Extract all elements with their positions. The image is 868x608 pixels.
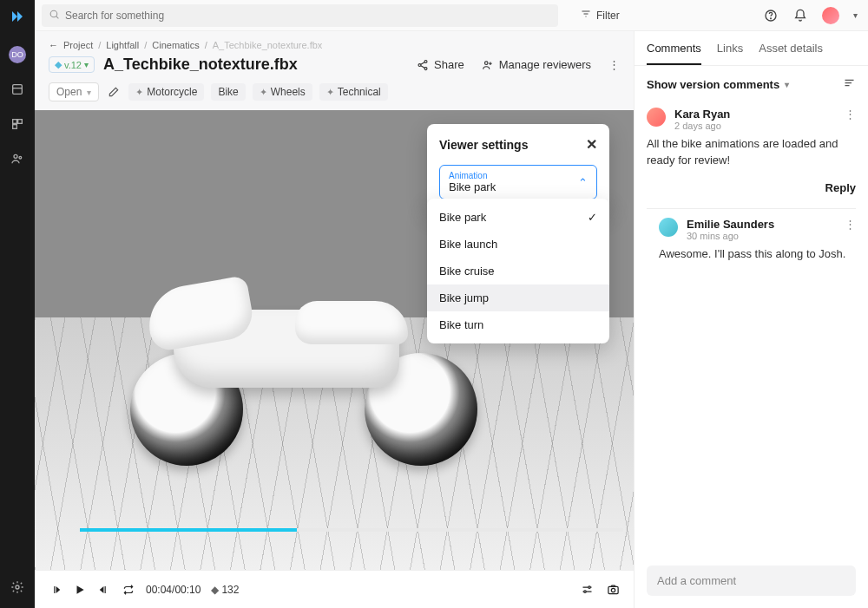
filter-button[interactable]: Filter: [581, 9, 620, 22]
svg-point-4: [14, 154, 17, 158]
loop-icon[interactable]: [122, 583, 135, 597]
svg-point-12: [424, 67, 427, 69]
version-label: v.12: [64, 60, 82, 70]
comment-body: All the bike animations are loaded and r…: [647, 136, 856, 169]
popover-title: Viewer settings: [439, 138, 528, 152]
option-bike-turn[interactable]: Bike turn: [427, 311, 609, 338]
comment-more-icon[interactable]: ⋮: [845, 218, 856, 231]
avatar: [647, 108, 666, 127]
svg-point-7: [50, 10, 57, 17]
time-display: 00:04/00:10: [146, 584, 201, 596]
share-label: Share: [434, 58, 464, 71]
reply-button[interactable]: Reply: [635, 178, 868, 205]
search-icon: [49, 9, 60, 23]
edit-icon[interactable]: [106, 84, 122, 100]
tab-asset-details[interactable]: Asset details: [759, 42, 823, 65]
viewer-settings-panel: Viewer settings ✕ Animation Bike park ⌃ …: [427, 124, 609, 212]
tag-motorcycle[interactable]: ✦Motorcycle: [128, 83, 204, 101]
play-icon[interactable]: [73, 583, 87, 597]
animation-select[interactable]: Animation Bike park ⌃: [439, 165, 597, 199]
manage-reviewers-button[interactable]: Manage reviewers: [482, 58, 591, 71]
select-label: Animation: [449, 171, 588, 180]
settings-icon[interactable]: [9, 579, 26, 596]
svg-rect-16: [608, 586, 617, 593]
workspace-avatar[interactable]: DO: [9, 46, 26, 63]
timeline-scrubber[interactable]: [80, 528, 623, 532]
chevron-up-icon: ⌃: [578, 176, 588, 189]
crumb-current: A_Techbike_notexture.fbx: [213, 40, 323, 50]
svg-point-11: [418, 63, 421, 66]
crumb-2[interactable]: Cinematics: [152, 40, 199, 50]
option-bike-launch[interactable]: Bike launch: [427, 231, 609, 258]
manage-label: Manage reviewers: [499, 58, 591, 71]
svg-point-13: [484, 61, 488, 64]
svg-rect-1: [13, 120, 17, 124]
svg-point-17: [611, 588, 615, 592]
crumb-1[interactable]: Lightfall: [106, 40, 139, 50]
frame-display: ◆132: [211, 584, 239, 596]
avatar: [659, 218, 678, 237]
home-icon[interactable]: [9, 81, 26, 98]
timeline-fill: [80, 528, 297, 532]
svg-point-6: [16, 585, 19, 589]
close-icon[interactable]: ✕: [586, 136, 597, 153]
search-input-wrapper[interactable]: [42, 4, 558, 27]
option-bike-cruise[interactable]: Bike cruise: [427, 258, 609, 284]
check-icon: ✓: [588, 211, 597, 224]
comment-author: Emilie Saunders: [687, 218, 774, 231]
more-icon[interactable]: ⋮: [608, 58, 620, 71]
filter-label: Filter: [596, 10, 620, 22]
help-icon[interactable]: [763, 8, 779, 23]
svg-point-15: [583, 591, 586, 593]
model-preview: [104, 275, 477, 466]
back-icon[interactable]: ←: [49, 40, 58, 50]
divider: [647, 208, 856, 209]
crumb-0[interactable]: Project: [63, 40, 93, 50]
comment-more-icon[interactable]: ⋮: [845, 108, 856, 121]
viewer-settings-icon[interactable]: [580, 583, 594, 597]
team-icon[interactable]: [9, 150, 26, 167]
version-comments-toggle[interactable]: Show version comments: [647, 78, 779, 91]
breadcrumb: ← Project / Lightfall / Cinematics / A_T…: [35, 31, 634, 50]
animation-dropdown: Bike park ✓ Bike launch Bike cruise Bike…: [427, 199, 609, 343]
chevron-down-icon[interactable]: ▾: [853, 10, 858, 20]
sort-icon[interactable]: [843, 76, 856, 92]
svg-rect-0: [13, 85, 23, 95]
comment-meta: 2 days ago: [674, 121, 730, 131]
svg-point-14: [588, 586, 590, 589]
add-comment-input[interactable]: Add a comment: [647, 566, 856, 596]
share-button[interactable]: Share: [417, 58, 464, 71]
tab-links[interactable]: Links: [717, 42, 743, 65]
tag-technical[interactable]: ✦Technical: [319, 83, 388, 101]
svg-point-10: [424, 60, 427, 62]
svg-rect-2: [18, 120, 23, 124]
svg-point-9: [771, 17, 772, 18]
comment-meta: 30 mins ago: [687, 231, 774, 241]
comment-author: Kara Ryan: [674, 108, 730, 121]
app-logo[interactable]: [10, 9, 25, 29]
status-selector[interactable]: Open ▾: [49, 82, 99, 101]
tab-comments[interactable]: Comments: [647, 42, 701, 65]
skip-back-icon[interactable]: [49, 583, 62, 597]
tag-bike[interactable]: Bike: [211, 83, 245, 101]
projects-icon[interactable]: [9, 115, 26, 133]
notifications-icon[interactable]: [792, 8, 808, 23]
filter-icon: [581, 9, 591, 22]
comment-body: Awesome. I'll pass this along to Josh.: [659, 246, 856, 263]
svg-rect-3: [13, 125, 17, 129]
camera-icon[interactable]: [606, 583, 620, 597]
user-avatar[interactable]: [822, 7, 839, 24]
svg-point-5: [19, 156, 22, 159]
asset-title: A_Techbike_notexture.fbx: [103, 56, 298, 74]
search-input[interactable]: [65, 10, 551, 22]
option-bike-jump[interactable]: Bike jump: [427, 284, 609, 311]
tag-wheels[interactable]: ✦Wheels: [253, 83, 312, 101]
select-value: Bike park: [449, 180, 588, 193]
skip-forward-icon[interactable]: [97, 583, 111, 597]
chevron-down-icon[interactable]: ▾: [785, 80, 789, 89]
option-bike-park[interactable]: Bike park ✓: [427, 204, 609, 231]
viewport-3d[interactable]: Viewer settings ✕ Animation Bike park ⌃ …: [35, 110, 634, 570]
status-label: Open: [56, 86, 82, 98]
version-selector[interactable]: ◆ v.12 ▾: [49, 56, 95, 73]
